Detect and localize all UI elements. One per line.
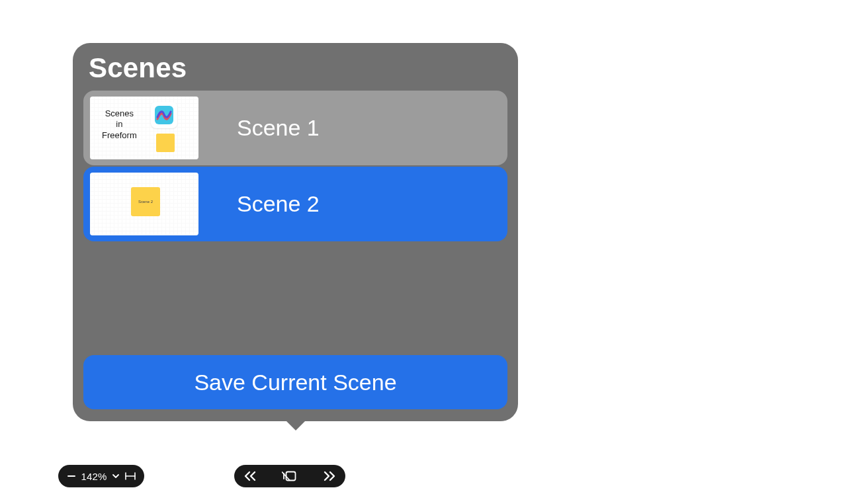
zoom-dropdown-button[interactable] bbox=[111, 472, 120, 480]
svg-rect-5 bbox=[286, 472, 296, 481]
zoom-control: 142% bbox=[58, 465, 144, 487]
scene-label: Scene 2 bbox=[237, 191, 320, 217]
scene-thumbnail-2: Scene 2 bbox=[90, 173, 198, 235]
previous-scene-button[interactable] bbox=[241, 470, 259, 482]
chevron-down-icon bbox=[112, 472, 120, 480]
fit-width-icon bbox=[124, 471, 136, 481]
scene-list: Scenes in Freeform Scene 1 Scene 2 Scene… bbox=[83, 91, 507, 241]
thumbnail-text: Scenes in Freeform bbox=[102, 108, 137, 141]
thumbnail-sticky-note bbox=[156, 134, 175, 152]
minus-icon bbox=[67, 471, 76, 481]
zoom-fit-button[interactable] bbox=[124, 471, 136, 481]
save-current-scene-button[interactable]: Save Current Scene bbox=[83, 355, 507, 409]
scene-item-1[interactable]: Scenes in Freeform Scene 1 bbox=[83, 91, 507, 165]
zoom-out-button[interactable] bbox=[66, 471, 77, 481]
next-scene-button[interactable] bbox=[320, 470, 339, 482]
spacer bbox=[83, 241, 507, 355]
scene-item-2[interactable]: Scene 2 Scene 2 bbox=[83, 167, 507, 241]
scenes-navigator-button[interactable] bbox=[281, 469, 299, 483]
scenes-popover-title: Scenes bbox=[89, 52, 507, 84]
chevron-double-left-icon bbox=[243, 470, 257, 482]
chevron-double-right-icon bbox=[322, 470, 337, 482]
scenes-popover: Scenes Scenes in Freeform Scene 1 bbox=[73, 43, 518, 421]
thumbnail-sticky-note: Scene 2 bbox=[131, 187, 160, 216]
svg-rect-1 bbox=[67, 475, 75, 477]
freeform-app-icon bbox=[151, 102, 177, 128]
popover-pointer bbox=[285, 420, 306, 430]
scene-navigator bbox=[234, 465, 345, 487]
scene-thumbnail-1: Scenes in Freeform bbox=[90, 97, 198, 159]
zoom-value: 142% bbox=[81, 471, 107, 482]
scenes-icon bbox=[282, 469, 298, 483]
scene-label: Scene 1 bbox=[237, 115, 320, 141]
